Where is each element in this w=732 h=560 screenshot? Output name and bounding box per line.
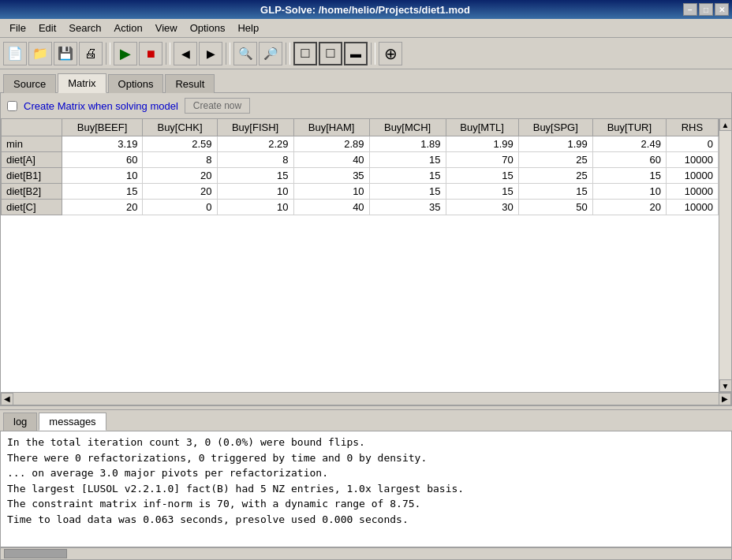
- box2-button[interactable]: □: [319, 42, 342, 65]
- cell-value: 10000: [666, 184, 718, 200]
- toolbar-separator-5: [371, 43, 375, 65]
- table-header-row: Buy[BEEF] Buy[CHK] Buy[FISH] Buy[HAM] Bu…: [2, 119, 719, 136]
- matrix-area: Create Matrix when solving model Create …: [1, 93, 731, 405]
- messages-area[interactable]: In the total iteration count 3, 0 (0.0%)…: [0, 431, 732, 547]
- create-now-button[interactable]: Create now: [185, 98, 250, 114]
- tab-matrix[interactable]: Matrix: [58, 73, 106, 93]
- toolbar-separator-1: [106, 43, 110, 65]
- create-matrix-label[interactable]: Create Matrix when solving model: [24, 100, 178, 112]
- matrix-table: Buy[BEEF] Buy[CHK] Buy[FISH] Buy[HAM] Bu…: [1, 118, 719, 215]
- minimize-button[interactable]: −: [683, 3, 697, 16]
- cell-value: 60: [62, 152, 143, 168]
- menu-help[interactable]: Help: [231, 21, 265, 35]
- toolbar-separator-4: [286, 43, 290, 65]
- title-bar: GLP-Solve: /home/helio/Projects/diet1.mo…: [0, 0, 732, 19]
- menu-search[interactable]: Search: [62, 21, 107, 35]
- tab-source[interactable]: Source: [3, 74, 56, 93]
- row-label: diet[C]: [2, 200, 62, 215]
- window-title: GLP-Solve: /home/helio/Projects/diet1.mo…: [47, 4, 683, 16]
- cell-value: 50: [518, 200, 592, 215]
- close-button[interactable]: ✕: [715, 3, 729, 16]
- forward-button[interactable]: ▶: [199, 42, 222, 65]
- cell-value: 25: [518, 168, 592, 184]
- menu-edit[interactable]: Edit: [32, 21, 62, 35]
- table-horizontal-scrollbar[interactable]: ◀ ▶: [1, 392, 731, 405]
- bottom-tab-log[interactable]: log: [3, 413, 37, 431]
- run-button[interactable]: ▶: [114, 42, 137, 65]
- bottom-tab-messages[interactable]: messages: [39, 413, 106, 431]
- menu-options[interactable]: Options: [184, 21, 232, 35]
- menu-view[interactable]: View: [149, 21, 184, 35]
- main-content: Create Matrix when solving model Create …: [0, 92, 732, 405]
- cell-value: 8: [217, 152, 293, 168]
- cell-value: 15: [592, 168, 666, 184]
- table-row: diet[B1]102015351515251510000: [2, 168, 719, 184]
- zoom-reset-button[interactable]: 🔎: [259, 42, 282, 65]
- table-row: diet[B2]152010101515151010000: [2, 184, 719, 200]
- cell-value: 10: [592, 184, 666, 200]
- cell-value: 60: [592, 152, 666, 168]
- menu-file[interactable]: File: [3, 21, 32, 35]
- cell-value: 35: [369, 200, 446, 215]
- add-button[interactable]: ⊕: [379, 42, 402, 65]
- cell-value: 2.29: [217, 136, 293, 152]
- maximize-button[interactable]: □: [699, 3, 713, 16]
- zoom-in-button[interactable]: 🔍: [233, 42, 257, 65]
- col-header-rhs: RHS: [666, 119, 718, 136]
- cell-value: 10000: [666, 168, 718, 184]
- cell-value: 15: [518, 184, 592, 200]
- col-header-label: [2, 119, 62, 136]
- col-header-spg: Buy[SPG]: [518, 119, 592, 136]
- toolbar-separator-3: [226, 43, 230, 65]
- checkbox-row: Create Matrix when solving model Create …: [1, 93, 731, 118]
- scroll-track[interactable]: [719, 131, 732, 379]
- tab-bar: Source Matrix Options Result: [0, 69, 732, 92]
- new-button[interactable]: 📄: [3, 42, 27, 65]
- msg-4: The largest [LUSOL v2.2.1.0] fact(B) had…: [7, 481, 725, 497]
- print-button[interactable]: 🖨: [79, 42, 103, 65]
- menu-action[interactable]: Action: [108, 21, 149, 35]
- window-controls[interactable]: − □ ✕: [683, 3, 732, 16]
- msg-1: In the total iteration count 3, 0 (0.0%)…: [7, 435, 725, 450]
- scroll-right-arrow[interactable]: ▶: [719, 393, 731, 405]
- cell-value: 35: [293, 168, 369, 184]
- row-label: diet[A]: [2, 152, 62, 168]
- row-label: diet[B1]: [2, 168, 62, 184]
- cell-value: 1.99: [446, 136, 518, 152]
- back-button[interactable]: ◀: [174, 42, 197, 65]
- cell-value: 0: [143, 200, 217, 215]
- cell-value: 20: [143, 184, 217, 200]
- bottom-scrollbar[interactable]: [0, 547, 732, 560]
- col-header-tur: Buy[TUR]: [592, 119, 666, 136]
- cell-value: 2.59: [143, 136, 217, 152]
- stop-button[interactable]: ⏹: [139, 42, 162, 65]
- tab-result[interactable]: Result: [165, 74, 215, 93]
- cell-value: 2.89: [293, 136, 369, 152]
- bottom-scrollbar-thumb[interactable]: [4, 549, 67, 558]
- cell-value: 1.89: [369, 136, 446, 152]
- col-header-ham: Buy[HAM]: [293, 119, 369, 136]
- table-row: min3.192.592.292.891.891.991.992.490: [2, 136, 719, 152]
- matrix-table-container[interactable]: Buy[BEEF] Buy[CHK] Buy[FISH] Buy[HAM] Bu…: [1, 118, 719, 392]
- table-vertical-scrollbar[interactable]: ▲ ▼: [719, 118, 731, 392]
- cell-value: 15: [217, 168, 293, 184]
- create-matrix-checkbox[interactable]: [7, 101, 17, 111]
- toolbar: 📄 📁 💾 🖨 ▶ ⏹ ◀ ▶ 🔍 🔎 □ □ ▬ ⊕: [0, 38, 732, 69]
- table-scroll-area: Buy[BEEF] Buy[CHK] Buy[FISH] Buy[HAM] Bu…: [1, 118, 731, 392]
- cell-value: 10: [217, 200, 293, 215]
- tab-options[interactable]: Options: [108, 74, 164, 93]
- cell-value: 15: [369, 184, 446, 200]
- cell-value: 3.19: [62, 136, 143, 152]
- scroll-down-arrow[interactable]: ▼: [719, 379, 732, 392]
- scroll-up-arrow[interactable]: ▲: [719, 118, 732, 131]
- save-button[interactable]: 💾: [54, 42, 77, 65]
- cell-value: 20: [62, 200, 143, 215]
- box1-button[interactable]: □: [293, 42, 317, 65]
- cell-value: 15: [62, 184, 143, 200]
- cell-value: 20: [592, 200, 666, 215]
- scroll-left-arrow[interactable]: ◀: [1, 393, 13, 405]
- box3-button[interactable]: ▬: [344, 42, 368, 65]
- msg-6: Time to load data was 0.063 seconds, pre…: [7, 512, 725, 528]
- open-button[interactable]: 📁: [28, 42, 52, 65]
- row-label: diet[B2]: [2, 184, 62, 200]
